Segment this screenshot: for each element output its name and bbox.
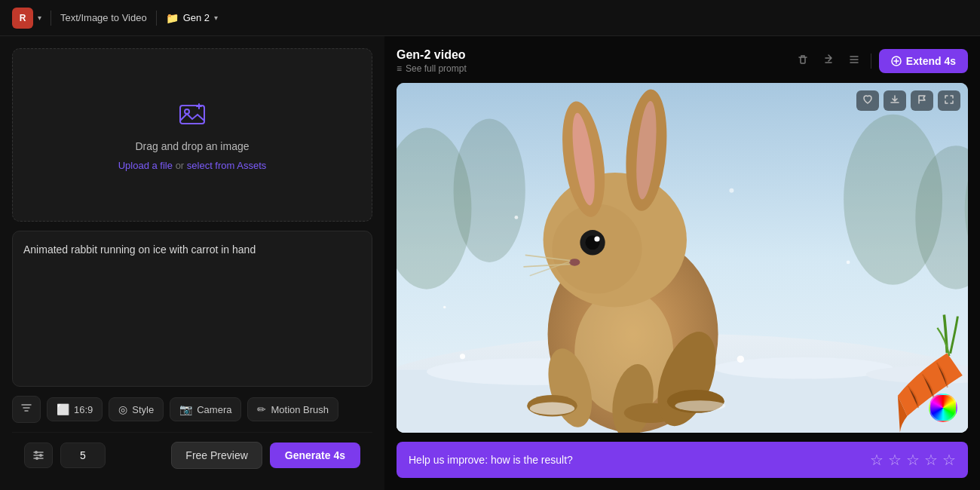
svg-point-3 bbox=[39, 454, 42, 457]
aspect-ratio-button[interactable]: ⬜ 16:9 bbox=[47, 397, 103, 421]
star-2[interactable]: ☆ bbox=[888, 451, 902, 469]
lines-icon: ≡ bbox=[397, 63, 402, 74]
svg-point-30 bbox=[594, 236, 599, 241]
like-button[interactable] bbox=[856, 90, 879, 111]
logo-button[interactable]: R ▾ bbox=[12, 8, 41, 29]
upload-area[interactable]: Drag and drop an image Upload a file or … bbox=[12, 48, 372, 222]
brush-icon: ✏ bbox=[257, 403, 266, 415]
prompt-textarea[interactable] bbox=[23, 242, 361, 375]
seed-input[interactable] bbox=[60, 443, 106, 468]
svg-point-8 bbox=[454, 119, 525, 262]
style-icon: ◎ bbox=[118, 403, 127, 415]
top-nav: R ▾ Text/Image to Video 📁 Gen 2 ▾ bbox=[0, 0, 980, 36]
camera-label: Camera bbox=[197, 404, 231, 415]
assets-link[interactable]: select from Assets bbox=[187, 160, 266, 171]
svg-point-17 bbox=[460, 354, 465, 359]
rating-question: Help us improve: how is the result? bbox=[409, 454, 861, 466]
logo-icon: R bbox=[12, 8, 33, 29]
video-container bbox=[397, 83, 968, 433]
star-3[interactable]: ☆ bbox=[906, 451, 920, 469]
style-label: Style bbox=[132, 404, 154, 415]
svg-point-2 bbox=[35, 451, 38, 454]
video-header: Gen-2 video ≡ See full prompt bbox=[397, 48, 968, 74]
right-panel: Gen-2 video ≡ See full prompt bbox=[384, 36, 980, 490]
logo-dropdown-icon: ▾ bbox=[38, 14, 41, 22]
tool-buttons: ⬜ 16:9 ◎ Style 📷 Camera ✏ Motion Brush bbox=[12, 396, 372, 423]
main-content: Drag and drop an image Upload a file or … bbox=[0, 36, 980, 490]
svg-rect-0 bbox=[180, 106, 204, 124]
free-preview-button[interactable]: Free Preview bbox=[171, 442, 262, 469]
style-button[interactable]: ◎ Style bbox=[109, 397, 164, 421]
video-overlay-icons bbox=[856, 90, 960, 111]
video-title: Gen-2 video bbox=[397, 48, 785, 62]
color-wheel bbox=[929, 394, 957, 422]
extend-button[interactable]: Extend 4s bbox=[879, 49, 968, 73]
star-1[interactable]: ☆ bbox=[870, 451, 884, 469]
header-divider bbox=[871, 54, 871, 69]
share-button[interactable] bbox=[819, 51, 838, 72]
nav-divider-2 bbox=[156, 11, 157, 26]
svg-point-44 bbox=[729, 188, 733, 193]
see-prompt-label: See full prompt bbox=[406, 63, 467, 74]
motion-brush-label: Motion Brush bbox=[271, 404, 329, 415]
svg-point-31 bbox=[569, 259, 580, 266]
left-panel: Drag and drop an image Upload a file or … bbox=[0, 36, 384, 490]
bottom-bar: Free Preview Generate 4s bbox=[12, 432, 372, 478]
aspect-ratio-icon: ⬜ bbox=[57, 403, 69, 415]
svg-point-41 bbox=[530, 403, 574, 415]
fullscreen-button[interactable] bbox=[938, 90, 960, 111]
svg-point-42 bbox=[675, 400, 725, 411]
more-options-button[interactable] bbox=[845, 51, 863, 72]
upload-links: Upload a file or select from Assets bbox=[118, 160, 267, 171]
star-rating[interactable]: ☆ ☆ ☆ ☆ ☆ bbox=[870, 451, 956, 469]
gen2-selector[interactable]: 📁 Gen 2 ▾ bbox=[166, 12, 218, 24]
camera-icon: 📷 bbox=[179, 403, 192, 415]
star-4[interactable]: ☆ bbox=[924, 451, 938, 469]
drag-drop-text: Drag and drop an image bbox=[136, 140, 250, 152]
folder-icon: 📁 bbox=[166, 12, 179, 24]
upload-image-icon bbox=[177, 100, 207, 133]
prompt-area[interactable] bbox=[12, 231, 372, 387]
gen2-label: Gen 2 bbox=[183, 12, 210, 23]
upload-file-link[interactable]: Upload a file bbox=[118, 160, 173, 171]
see-full-prompt-button[interactable]: ≡ See full prompt bbox=[397, 63, 785, 74]
video-actions: Extend 4s bbox=[794, 49, 968, 73]
video-title-section: Gen-2 video ≡ See full prompt bbox=[397, 48, 785, 74]
svg-point-45 bbox=[847, 261, 850, 265]
rating-bar: Help us improve: how is the result? ☆ ☆ … bbox=[397, 442, 968, 478]
delete-button[interactable] bbox=[794, 51, 812, 72]
or-text: or bbox=[176, 160, 187, 171]
camera-button[interactable]: 📷 Camera bbox=[170, 397, 241, 421]
svg-point-46 bbox=[443, 306, 446, 309]
star-5[interactable]: ☆ bbox=[942, 451, 956, 469]
extend-label: Extend 4s bbox=[906, 55, 956, 67]
svg-point-19 bbox=[737, 356, 745, 363]
flag-button[interactable] bbox=[911, 90, 933, 111]
motion-brush-button[interactable]: ✏ Motion Brush bbox=[247, 397, 338, 421]
aspect-ratio-label: 16:9 bbox=[74, 404, 93, 415]
svg-point-43 bbox=[515, 216, 519, 219]
svg-point-4 bbox=[35, 457, 38, 460]
download-button[interactable] bbox=[884, 90, 906, 111]
gen2-chevron-icon: ▾ bbox=[214, 14, 218, 22]
settings-button[interactable] bbox=[12, 396, 41, 423]
sliders-button[interactable] bbox=[24, 443, 53, 468]
nav-divider bbox=[51, 11, 51, 26]
generate-button[interactable]: Generate 4s bbox=[270, 443, 360, 468]
rabbit-scene bbox=[397, 83, 968, 433]
nav-mode-label: Text/Image to Video bbox=[60, 12, 147, 23]
